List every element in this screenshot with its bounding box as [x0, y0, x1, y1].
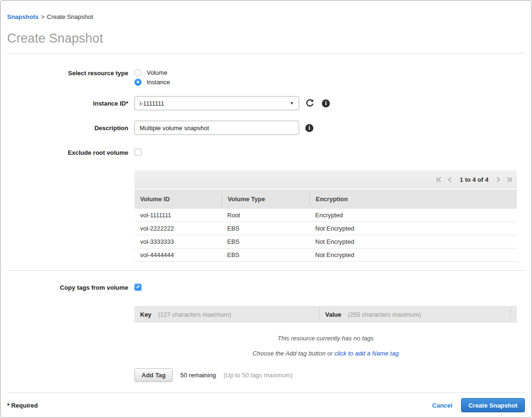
instance-id-label: Instance ID* [7, 96, 134, 107]
resource-type-label: Select resource type [7, 69, 134, 77]
column-header-volume-id: Volume ID [134, 196, 222, 203]
cell-volume-type: Root [222, 212, 310, 219]
copy-tags-label: Copy tags from volume [7, 284, 134, 291]
add-tag-button[interactable]: Add Tag [134, 368, 173, 382]
instance-id-info-icon[interactable]: i [322, 99, 330, 107]
radio-volume-label: Volume [147, 69, 167, 76]
breadcrumb: Snapshots>Create Snapshot [7, 0, 525, 20]
copy-tags-row: Copy tags from volume ✓ [7, 284, 525, 291]
exclude-root-row: Exclude root volume [7, 149, 525, 156]
column-header-encryption: Encryption [310, 193, 517, 205]
refresh-icon[interactable] [305, 98, 315, 108]
column-header-volume-type: Volume Type [222, 193, 310, 205]
add-tag-row: Add Tag 50 remaining (Up to 50 tags maxi… [134, 368, 525, 382]
description-info-icon[interactable]: i [305, 124, 313, 132]
tags-max-note: (Up to 50 tags maximum) [223, 372, 293, 379]
breadcrumb-snapshots-link[interactable]: Snapshots [7, 13, 38, 20]
radio-instance-label: Instance [147, 79, 170, 86]
tags-value-hint: (255 characters maximum) [348, 311, 421, 318]
first-page-icon[interactable] [436, 177, 442, 183]
tags-cta-prefix: Choose the Add tag button or [253, 350, 335, 357]
tags-remaining-count: 50 remaining [180, 372, 216, 379]
pagination-range: 1 to 4 of 4 [460, 176, 488, 183]
breadcrumb-separator: > [41, 13, 44, 20]
radio-volume-icon[interactable] [134, 69, 142, 76]
tags-key-column-header: Key (127 characters maximum) [134, 311, 319, 318]
cell-volume-type: EBS [222, 251, 310, 258]
cell-encryption: Encrypted [310, 212, 517, 219]
cell-volume-type: EBS [222, 225, 310, 232]
instance-id-select[interactable]: i-1111111 ▼ [134, 96, 299, 110]
chevron-down-icon: ▼ [290, 101, 294, 106]
description-input[interactable] [134, 121, 299, 135]
tags-cta-message: Choose the Add tag button or click to ad… [134, 350, 517, 357]
cell-volume-id: vol-2222222 [134, 225, 222, 232]
cell-encryption: Not Encrypted [310, 238, 517, 245]
last-page-icon[interactable] [506, 177, 512, 183]
tags-key-title: Key [140, 311, 151, 318]
tags-key-hint: (127 characters maximum) [158, 311, 231, 318]
create-snapshot-button[interactable]: Create Snapshot [461, 398, 525, 412]
cell-encryption: Not Encrypted [310, 251, 517, 258]
description-row: Description i [7, 121, 525, 135]
tags-value-title: Value [325, 311, 341, 318]
volumes-table-header: Volume ID Volume Type Encryption [134, 189, 517, 209]
table-row: vol-2222222 EBS Not Encrypted [134, 222, 517, 235]
prev-page-icon[interactable] [447, 177, 453, 183]
footer-bar: * Required Cancel Create Snapshot [7, 392, 525, 418]
radio-option-volume[interactable]: Volume [134, 69, 170, 76]
cell-volume-id: vol-3333333 [134, 238, 222, 245]
pagination: 1 to 4 of 4 [436, 176, 512, 183]
radio-instance-icon[interactable] [134, 79, 142, 86]
resource-type-row: Select resource type Volume Instance [7, 69, 525, 86]
volumes-table-toolbar: 1 to 4 of 4 [134, 170, 517, 189]
table-row: vol-1111111 Root Encrypted [134, 209, 517, 222]
instance-id-row: Instance ID* i-1111111 ▼ i [7, 96, 525, 110]
instance-id-selected-value: i-1111111 [140, 100, 164, 107]
create-snapshot-page: Snapshots>Create Snapshot Create Snapsho… [0, 0, 532, 418]
exclude-root-label: Exclude root volume [7, 149, 134, 156]
radio-option-instance[interactable]: Instance [134, 79, 170, 86]
description-label: Description [7, 121, 134, 132]
table-row: vol-4444444 EBS Not Encrypted [134, 249, 517, 262]
volumes-table: 1 to 4 of 4 Volume ID Volume Type Encryp… [134, 170, 517, 262]
tags-table-header: Key (127 characters maximum) Value (255 … [134, 306, 517, 323]
cell-volume-id: vol-1111111 [134, 212, 222, 219]
cancel-button[interactable]: Cancel [432, 402, 452, 409]
next-page-icon[interactable] [495, 177, 501, 183]
tags-header-end-divider [510, 309, 517, 320]
required-note: * Required [7, 402, 38, 409]
copy-tags-checkbox[interactable]: ✓ [134, 284, 142, 291]
tags-value-column-header: Value (255 characters maximum) [319, 309, 510, 320]
breadcrumb-current: Create Snapshot [47, 13, 93, 20]
tags-empty-message: This resource currently has no tags [134, 335, 517, 342]
table-row: vol-3333333 EBS Not Encrypted [134, 235, 517, 249]
page-title: Create Snapshot [7, 31, 525, 53]
cell-volume-id: vol-4444444 [134, 251, 222, 258]
cell-volume-type: EBS [222, 238, 310, 245]
resource-type-options: Volume Instance [134, 69, 170, 86]
add-name-tag-link[interactable]: click to add a Name tag [335, 350, 399, 357]
section-divider [7, 270, 525, 271]
exclude-root-checkbox[interactable] [134, 149, 142, 156]
cell-encryption: Not Encrypted [310, 225, 517, 232]
